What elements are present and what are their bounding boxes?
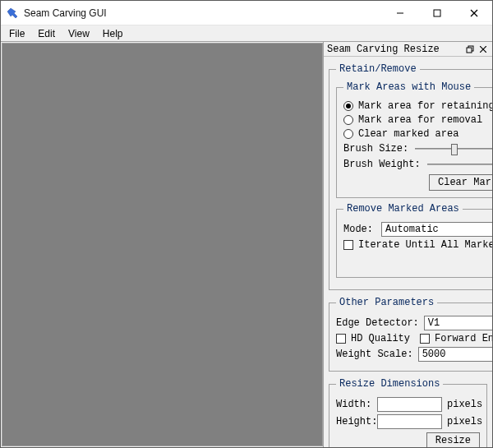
forward-energy-checkbox[interactable] xyxy=(420,334,430,344)
radio-retain[interactable] xyxy=(343,101,353,111)
resize-button[interactable]: Resize xyxy=(426,432,480,447)
titlebar[interactable]: Seam Carving GUI xyxy=(1,1,492,25)
radio-removal-row[interactable]: Mark area for removal xyxy=(343,114,492,126)
radio-removal-label: Mark area for removal xyxy=(358,114,482,126)
width-row: Width: pixels xyxy=(336,397,480,412)
client-area: Seam Carving Resize Retain/Remove Mark A… xyxy=(1,42,492,447)
retain-remove-group: Retain/Remove Mark Areas with Mouse Mark… xyxy=(329,63,492,290)
weight-scale-row: Weight Scale: 5000 xyxy=(336,347,492,362)
hd-quality-checkbox[interactable] xyxy=(336,334,346,344)
image-canvas[interactable] xyxy=(2,43,323,446)
retain-remove-legend: Retain/Remove xyxy=(336,63,420,75)
svg-rect-1 xyxy=(434,10,440,16)
weight-scale-label: Weight Scale: xyxy=(336,349,413,360)
height-input[interactable] xyxy=(377,414,442,429)
weight-scale-input[interactable]: 5000 xyxy=(418,347,492,362)
radio-clear-row[interactable]: Clear marked area xyxy=(343,128,492,140)
width-unit: pixels xyxy=(447,399,480,410)
brush-weight-slider[interactable] xyxy=(426,158,492,171)
mark-areas-group: Mark Areas with Mouse Mark area for reta… xyxy=(336,81,492,198)
brush-weight-label: Brush Weight: xyxy=(343,159,421,170)
dock-float-button[interactable] xyxy=(464,44,476,55)
minimize-button[interactable] xyxy=(381,1,418,25)
mode-value: Automatic xyxy=(385,224,439,235)
radio-retain-row[interactable]: Mark area for retaining xyxy=(343,100,492,112)
hd-quality-label[interactable]: HD Quality xyxy=(351,333,410,344)
brush-size-label: Brush Size: xyxy=(343,143,408,155)
mode-row: Mode: Automatic ▼ xyxy=(343,222,492,237)
window-controls xyxy=(381,1,492,25)
right-panel: Seam Carving Resize Retain/Remove Mark A… xyxy=(323,42,492,447)
mode-label: Mode: xyxy=(343,224,376,235)
dock-header[interactable]: Seam Carving Resize xyxy=(324,42,492,57)
mark-areas-legend: Mark Areas with Mouse xyxy=(343,81,474,93)
edge-detector-row: Edge Detector: V1 ▼ xyxy=(336,316,492,330)
edge-detector-label: Edge Detector: xyxy=(336,317,419,329)
resize-dims-legend: Resize Dimensions xyxy=(336,378,443,390)
menu-edit[interactable]: Edit xyxy=(31,26,62,41)
maximize-button[interactable] xyxy=(418,1,455,25)
weight-scale-value: 5000 xyxy=(422,349,446,360)
radio-clear-label: Clear marked area xyxy=(358,128,458,140)
menu-file[interactable]: File xyxy=(2,26,31,41)
svg-rect-5 xyxy=(467,48,472,53)
edge-detector-select[interactable]: V1 ▼ xyxy=(424,316,492,330)
brush-size-slider[interactable] xyxy=(413,142,492,155)
brush-size-row: Brush Size: xyxy=(343,142,492,155)
other-params-group: Other Parameters Edge Detector: V1 ▼ HD … xyxy=(329,297,492,372)
radio-removal[interactable] xyxy=(343,115,353,125)
quality-energy-row: HD Quality Forward Energy xyxy=(336,333,492,344)
dock-close-button[interactable] xyxy=(477,44,489,55)
height-unit: pixels xyxy=(447,416,480,427)
iterate-label: Iterate Until All Marked Removed xyxy=(358,239,492,251)
app-window: Seam Carving GUI File Edit View Help Sea… xyxy=(0,0,493,448)
menubar: File Edit View Help xyxy=(1,25,492,42)
app-icon xyxy=(6,7,19,20)
mode-select[interactable]: Automatic ▼ xyxy=(381,222,492,237)
panel-body: Retain/Remove Mark Areas with Mouse Mark… xyxy=(324,57,492,447)
iterate-row[interactable]: Iterate Until All Marked Removed xyxy=(343,239,492,251)
width-input[interactable] xyxy=(377,397,442,412)
width-label: Width: xyxy=(336,399,372,410)
forward-energy-label[interactable]: Forward Energy xyxy=(435,333,492,344)
edge-detector-value: V1 xyxy=(428,317,440,329)
window-title: Seam Carving GUI xyxy=(24,7,381,19)
remove-marked-group: Remove Marked Areas Mode: Automatic ▼ It… xyxy=(336,203,492,278)
menu-help[interactable]: Help xyxy=(96,26,130,41)
brush-weight-row: Brush Weight: xyxy=(343,158,492,171)
remove-marked-legend: Remove Marked Areas xyxy=(343,203,463,215)
iterate-checkbox[interactable] xyxy=(343,240,353,250)
height-label: Height: xyxy=(336,416,372,427)
radio-retain-label: Mark area for retaining xyxy=(358,100,492,112)
close-button[interactable] xyxy=(455,1,492,25)
menu-view[interactable]: View xyxy=(62,26,96,41)
radio-clear[interactable] xyxy=(343,129,353,139)
dock-title: Seam Carving Resize xyxy=(327,44,440,55)
resize-dims-group: Resize Dimensions Width: pixels Height: xyxy=(329,378,487,447)
clear-marked-area-button[interactable]: Clear Marked Area xyxy=(429,174,492,191)
other-params-legend: Other Parameters xyxy=(336,297,437,308)
height-row: Height: pixels xyxy=(336,414,480,429)
